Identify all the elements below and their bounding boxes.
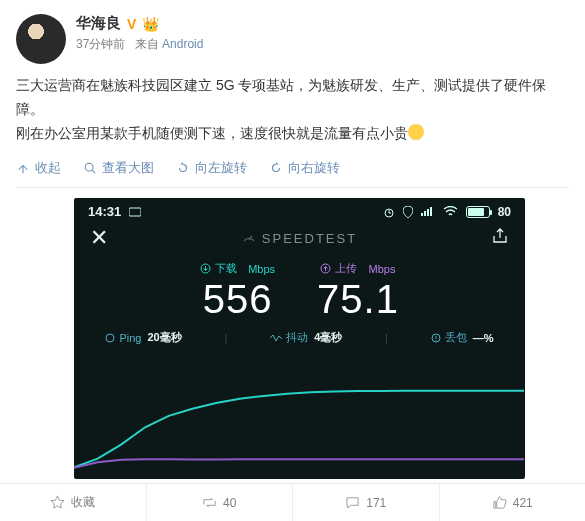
source-prefix: 来自 <box>135 37 159 51</box>
svg-point-0 <box>85 164 93 172</box>
download-value: 556 <box>200 278 275 320</box>
view-large-label: 查看大图 <box>102 159 154 177</box>
statusbar-time: 14:31 <box>88 204 121 219</box>
rotate-right-icon <box>269 161 283 175</box>
post-source[interactable]: Android <box>162 37 203 51</box>
collapse-button[interactable]: 收起 <box>16 159 61 177</box>
content-line-1: 三大运营商在魅族科技园区建立 5G 专项基站，为魅族研发、生产、测试提供了硬件保… <box>16 74 569 122</box>
svg-rect-4 <box>424 211 426 216</box>
wifi-icon <box>443 206 458 217</box>
jitter-icon <box>270 334 282 342</box>
collapse-label: 收起 <box>35 159 61 177</box>
battery-icon <box>466 206 490 218</box>
magnify-icon <box>83 161 97 175</box>
close-icon: ✕ <box>90 225 108 251</box>
crown-icon: 👑 <box>142 16 159 32</box>
rotate-left-icon <box>176 161 190 175</box>
post-meta: 37分钟前 来自 Android <box>76 36 203 53</box>
favorite-button[interactable]: 收藏 <box>0 484 147 521</box>
rotate-left-button[interactable]: 向左旋转 <box>176 159 247 177</box>
upload-value: 75.1 <box>317 278 399 320</box>
svg-rect-5 <box>427 209 429 216</box>
divider <box>16 187 569 188</box>
comment-count: 171 <box>366 496 386 510</box>
svg-rect-6 <box>430 207 432 216</box>
ping-icon <box>105 333 115 343</box>
gauge-icon <box>242 231 256 245</box>
post-content: 三大运营商在魅族科技园区建立 5G 专项基站，为魅族研发、生产、测试提供了硬件保… <box>16 74 569 145</box>
loss-stat: 丢包 —% <box>431 330 494 345</box>
location-icon <box>403 206 413 218</box>
svg-point-9 <box>106 334 114 342</box>
content-line-2: 刚在办公室用某款手机随便测下速，速度很快就是流量有点小贵 <box>16 125 408 141</box>
download-icon <box>200 263 211 274</box>
jitter-stat: 抖动 4毫秒 <box>270 330 342 345</box>
status-bar: 14:31 80 <box>74 198 525 221</box>
grin-emoji-icon <box>408 124 424 140</box>
speedtest-brand: SPEEDTEST <box>242 231 357 246</box>
repost-count: 40 <box>223 496 236 510</box>
like-button[interactable]: 421 <box>440 484 586 521</box>
signal-5g-icon <box>421 206 435 217</box>
favorite-label: 收藏 <box>71 494 95 511</box>
alarm-icon <box>383 206 395 218</box>
comment-button[interactable]: 171 <box>293 484 440 521</box>
like-icon <box>492 495 507 510</box>
rotate-right-label: 向右旋转 <box>288 159 340 177</box>
svg-rect-1 <box>129 208 141 216</box>
repost-button[interactable]: 40 <box>147 484 294 521</box>
battery-percent: 80 <box>498 205 511 219</box>
username[interactable]: 华海良 <box>76 14 121 33</box>
ping-stat: Ping 20毫秒 <box>105 330 181 345</box>
svg-point-11 <box>435 340 436 341</box>
upload-icon <box>320 263 331 274</box>
upload-label: 上传 Mbps <box>317 261 399 276</box>
rotate-right-button[interactable]: 向右旋转 <box>269 159 340 177</box>
repost-icon <box>202 495 217 510</box>
collapse-icon <box>16 161 30 175</box>
verified-badge: V <box>127 16 136 32</box>
card-icon <box>129 207 141 217</box>
post-time: 37分钟前 <box>76 37 125 51</box>
avatar[interactable] <box>16 14 66 64</box>
comment-icon <box>345 495 360 510</box>
star-icon <box>50 495 65 510</box>
like-count: 421 <box>513 496 533 510</box>
speed-chart <box>74 383 524 473</box>
svg-rect-3 <box>421 213 423 216</box>
loss-icon <box>431 333 441 343</box>
share-icon <box>491 227 509 249</box>
speedtest-screenshot[interactable]: 14:31 80 ✕ SPEEDTEST <box>74 198 525 479</box>
action-bar: 收藏 40 171 421 <box>0 483 585 521</box>
image-toolbar: 收起 查看大图 向左旋转 向右旋转 <box>16 159 569 177</box>
rotate-left-label: 向左旋转 <box>195 159 247 177</box>
stats-row: Ping 20毫秒 | 抖动 4毫秒 | 丢包 —% <box>74 330 525 345</box>
download-label: 下载 Mbps <box>200 261 275 276</box>
view-large-button[interactable]: 查看大图 <box>83 159 154 177</box>
